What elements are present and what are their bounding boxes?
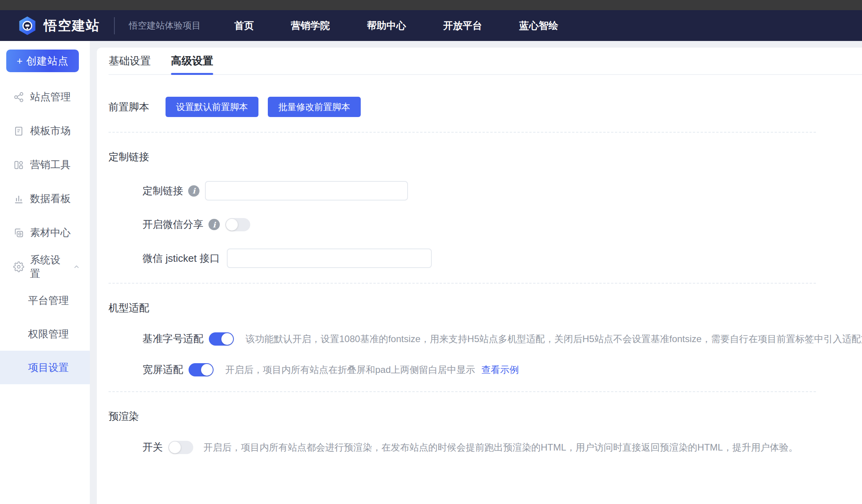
prerender-section-title: 预渲染: [109, 410, 862, 423]
dashed-divider: [109, 391, 816, 392]
top-navbar: 悟空建站 悟空建站体验项目 首页 营销学院 帮助中心 开放平台 蓝心智绘: [0, 10, 862, 41]
sidebar-item-label: 站点管理: [30, 90, 71, 104]
template-icon: [13, 126, 24, 137]
device-adapt-section-title: 机型适配: [109, 301, 862, 315]
sidebar-item-label: 营销工具: [30, 158, 71, 172]
sidebar-subitem-label: 项目设置: [28, 361, 69, 374]
project-name[interactable]: 悟空建站体验项目: [129, 20, 201, 32]
nav-item-help-center[interactable]: 帮助中心: [367, 19, 406, 32]
prerender-switch-label: 开关: [142, 440, 163, 454]
gear-icon: [13, 261, 24, 272]
sidebar-item-system-settings[interactable]: 系统设置: [0, 250, 90, 284]
chart-icon: [13, 193, 24, 204]
wechat-share-toggle[interactable]: [225, 218, 250, 231]
settings-tabs: 基础设置 高级设置: [109, 48, 862, 75]
sidebar-item-label: 数据看板: [30, 192, 71, 206]
nav-item-marketing-academy[interactable]: 营销学院: [291, 19, 330, 32]
tab-advanced-settings[interactable]: 高级设置: [171, 48, 213, 74]
window-top-strip: [0, 0, 862, 10]
nav-menu: 首页 营销学院 帮助中心 开放平台 蓝心智绘: [234, 19, 558, 32]
jsticket-row: 微信 jsticket 接口: [142, 248, 862, 268]
sidebar-item-site-management[interactable]: 站点管理: [0, 80, 90, 114]
dashed-divider: [109, 132, 816, 133]
nodes-icon: [13, 92, 24, 103]
sidebar-item-label: 模板市场: [30, 124, 71, 138]
widescreen-adapt-toggle[interactable]: [189, 363, 214, 376]
custom-link-section-title: 定制链接: [109, 150, 862, 164]
custom-link-input[interactable]: [205, 181, 408, 201]
sidebar-subitem-label: 权限管理: [28, 327, 69, 341]
marketing-icon: [13, 160, 24, 170]
view-example-link[interactable]: 查看示例: [481, 364, 519, 376]
jsticket-input[interactable]: [227, 248, 432, 268]
fontsize-adapt-row: 基准字号适配 该功能默认开启，设置1080基准的fontsize，用来支持H5站…: [142, 332, 862, 346]
fontsize-adapt-description: 该功能默认开启，设置1080基准的fontsize，用来支持H5站点多机型适配，…: [246, 333, 862, 345]
dashed-divider: [109, 283, 816, 284]
jsticket-label: 微信 jsticket 接口: [142, 252, 220, 265]
sidebar-subitem-project-settings[interactable]: 项目设置: [0, 351, 90, 384]
sidebar-item-marketing-tools[interactable]: 营销工具: [0, 148, 90, 182]
assets-icon: [13, 227, 24, 238]
wechat-share-label: 开启微信分享: [142, 218, 203, 231]
page: 悟空建站 悟空建站体验项目 首页 营销学院 帮助中心 开放平台 蓝心智绘 + 创…: [0, 0, 862, 504]
sidebar-subitem-platform-management[interactable]: 平台管理: [0, 284, 90, 317]
sidebar-item-label: 素材中心: [30, 226, 71, 240]
pre-script-label: 前置脚本: [109, 100, 149, 114]
device-adapt-form: 基准字号适配 该功能默认开启，设置1080基准的fontsize，用来支持H5站…: [109, 332, 862, 376]
chevron-up-icon: [73, 263, 80, 271]
sidebar-item-data-dashboard[interactable]: 数据看板: [0, 182, 90, 216]
sidebar-item-asset-center[interactable]: 素材中心: [0, 216, 90, 250]
main-content: 基础设置 高级设置 前置脚本 设置默认前置脚本 批量修改前置脚本 定制链接 定制…: [97, 48, 862, 504]
wechat-share-row: 开启微信分享: [142, 218, 862, 231]
widescreen-adapt-description: 开启后，项目内所有站点在折叠屏和pad上两侧留白居中显示: [225, 364, 475, 376]
fontsize-adapt-toggle[interactable]: [209, 332, 234, 346]
nav-item-lanxin-zhihui[interactable]: 蓝心智绘: [519, 19, 558, 32]
nav-item-open-platform[interactable]: 开放平台: [443, 19, 482, 32]
info-icon[interactable]: [188, 185, 199, 197]
widescreen-adapt-row: 宽屏适配 开启后，项目内所有站点在折叠屏和pad上两侧留白居中显示 查看示例: [142, 363, 862, 376]
nav-item-home[interactable]: 首页: [234, 19, 254, 32]
prerender-description: 开启后，项目内所有站点都会进行预渲染，在发布站点的时候会提前跑出预渲染的HTML…: [203, 441, 798, 454]
sidebar-subitem-label: 平台管理: [28, 294, 69, 307]
brand-logo[interactable]: 悟空建站: [17, 16, 100, 36]
brand-name: 悟空建站: [44, 17, 100, 35]
prerender-toggle[interactable]: [168, 441, 193, 454]
info-icon[interactable]: [208, 219, 220, 230]
sidebar: + 创建站点 站点管理 模板市场: [0, 41, 90, 504]
sidebar-subitem-permission-management[interactable]: 权限管理: [0, 317, 90, 351]
custom-link-form: 定制链接 开启微信分享 微信 jsticket 接口: [109, 181, 862, 268]
navbar-divider: [114, 17, 115, 34]
batch-edit-prescript-button[interactable]: 批量修改前置脚本: [268, 97, 361, 117]
create-site-button[interactable]: + 创建站点: [6, 50, 79, 72]
tab-basic-settings[interactable]: 基础设置: [109, 48, 151, 74]
prerender-switch-row: 开关 开启后，项目内所有站点都会进行预渲染，在发布站点的时候会提前跑出预渲染的H…: [142, 440, 862, 454]
sidebar-items: 站点管理 模板市场 营销工具: [0, 80, 90, 384]
wukong-logo-icon: [17, 16, 37, 36]
pre-script-row: 前置脚本 设置默认前置脚本 批量修改前置脚本: [109, 97, 862, 117]
fontsize-adapt-label: 基准字号适配: [142, 332, 203, 346]
custom-link-label: 定制链接: [142, 184, 183, 198]
set-default-prescript-button[interactable]: 设置默认前置脚本: [166, 97, 258, 117]
widescreen-adapt-label: 宽屏适配: [142, 363, 183, 376]
custom-link-row: 定制链接: [142, 181, 862, 201]
sidebar-item-template-market[interactable]: 模板市场: [0, 114, 90, 148]
prerender-form: 开关 开启后，项目内所有站点都会进行预渲染，在发布站点的时候会提前跑出预渲染的H…: [109, 440, 862, 454]
sidebar-item-label: 系统设置: [30, 253, 67, 280]
